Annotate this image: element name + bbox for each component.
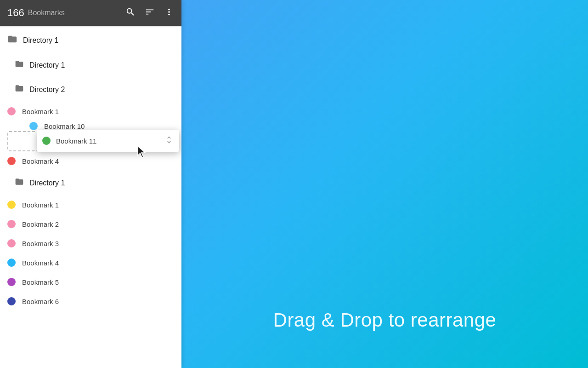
dir-label-1: Directory 1: [23, 36, 58, 45]
bookmark-count: 166: [7, 7, 24, 19]
bookmark-label-b3: Bookmark 3: [22, 240, 59, 247]
dir-label-2: Directory 1: [29, 61, 65, 69]
more-icon[interactable]: [164, 7, 174, 19]
bookmark-label-b6: Bookmark 6: [22, 298, 59, 305]
bookmark-label-b2: Bookmark 2: [22, 220, 59, 228]
bookmark-dot-b2: [7, 220, 16, 228]
dir-label-3: Directory 2: [29, 86, 65, 94]
drag-card-dot: [42, 137, 51, 145]
bookmark-row-b3[interactable]: Bookmark 3: [0, 234, 181, 253]
bookmark-dot-b3: [7, 239, 16, 247]
header-label: Bookmarks: [28, 9, 122, 17]
bookmark-dot-1: [7, 107, 16, 115]
dir-label-4: Directory 1: [29, 179, 65, 187]
drag-drop-text: Drag & Drop to rearrange: [273, 309, 497, 331]
header: 166 Bookmarks: [0, 0, 181, 26]
bookmark-dot-b5: [7, 278, 16, 286]
bookmark-dot-partial: [29, 122, 38, 130]
folder-icon-4: [15, 177, 24, 189]
folder-icon-1: [7, 34, 17, 46]
left-panel: 166 Bookmarks: [0, 0, 181, 368]
filter-icon[interactable]: [145, 7, 155, 19]
bookmark-row-b2[interactable]: Bookmark 2: [0, 214, 181, 234]
bookmark-dot-b1: [7, 201, 16, 209]
bookmark-row-4[interactable]: Bookmark 4: [0, 151, 181, 171]
bookmark-label-4: Bookmark 4: [22, 157, 59, 165]
bookmark-dot-b6: [7, 297, 16, 305]
bookmark-label-b4: Bookmark 4: [22, 259, 59, 267]
drag-card: Bookmark 11: [37, 130, 179, 152]
right-panel: Drag & Drop to rearrange: [181, 0, 588, 368]
bookmark-row-b5[interactable]: Bookmark 5: [0, 272, 181, 292]
search-icon[interactable]: [125, 7, 136, 19]
drag-handle-icon[interactable]: [164, 135, 174, 147]
dir-row-1[interactable]: Directory 1: [0, 28, 181, 53]
bookmark-row-1[interactable]: Bookmark 1: [0, 102, 181, 121]
bookmark-label-b1: Bookmark 1: [22, 201, 59, 209]
drag-card-label: Bookmark 11: [56, 137, 159, 145]
list-area[interactable]: Directory 1 Directory 1 Directory 2 Book…: [0, 28, 181, 368]
folder-icon-3: [15, 84, 24, 95]
bookmark-dot-b4: [7, 259, 16, 267]
bookmark-row-b4[interactable]: Bookmark 4: [0, 253, 181, 272]
dir-row-3[interactable]: Directory 2: [0, 77, 181, 102]
bookmark-dot-4: [7, 157, 16, 165]
dir-row-4[interactable]: Directory 1: [0, 171, 181, 195]
dir-row-2[interactable]: Directory 1: [0, 53, 181, 77]
bookmark-row-b1[interactable]: Bookmark 1: [0, 195, 181, 214]
bookmark-label-partial: Bookmark 10: [44, 122, 85, 130]
header-icons: [125, 7, 174, 19]
bookmark-row-b6[interactable]: Bookmark 6: [0, 292, 181, 311]
folder-icon-2: [15, 59, 24, 71]
bookmark-label-1: Bookmark 1: [22, 108, 59, 115]
bookmark-label-b5: Bookmark 5: [22, 278, 59, 286]
